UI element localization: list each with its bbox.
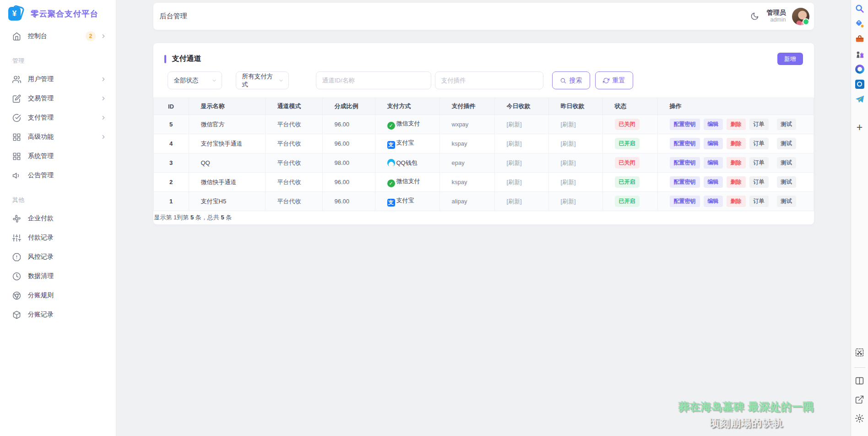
table-row: 2 微信快手通道 平台代收 96.00 微信支付 kspay [刷新] [刷新]… [153, 173, 814, 192]
test-button[interactable]: 测试 [777, 119, 796, 130]
console-badge: 2 [86, 31, 96, 41]
refresh-icon [603, 77, 609, 84]
settings-gear-icon[interactable] [854, 413, 865, 424]
configure-keys-button[interactable]: 配置密钥 [670, 196, 700, 207]
refresh-yesterday-link[interactable]: [刷新] [561, 179, 576, 185]
sidebar-item-enterprise-payment[interactable]: 企业付款 [0, 209, 116, 228]
sidebar-item-data-cleanup[interactable]: 数据清理 [0, 267, 116, 286]
column-header: ID [153, 98, 189, 115]
channel-id-input[interactable] [316, 71, 431, 89]
configure-keys-button[interactable]: 配置密钥 [670, 176, 700, 188]
column-header: 昨日收款 [548, 98, 602, 115]
office-icon[interactable] [854, 64, 865, 75]
sidebar-item-payment-management[interactable]: 支付管理 [0, 108, 116, 127]
edit-icon [12, 94, 21, 103]
edit-button[interactable]: 编辑 [704, 119, 723, 130]
sidebar: ¥ 零云聚合支付平台 控制台 2 管理 用户管理 交易管理 支付管理 [0, 0, 116, 436]
orders-button[interactable]: 订单 [749, 157, 769, 169]
edit-button[interactable]: 编辑 [704, 196, 723, 207]
sidebar-section-other: 其他 [0, 185, 116, 209]
test-button[interactable]: 测试 [777, 176, 796, 188]
video-subtitles: 葬在海岛墓碑 最深处的一隅 顷刻崩塌的铁轨 [679, 400, 814, 430]
sidebar-item-split-records[interactable]: 分账记录 [0, 305, 116, 324]
toolbox-icon[interactable] [854, 33, 865, 44]
sidebar-item-system-management[interactable]: 系统管理 [0, 147, 116, 166]
sidebar-item-split-rules[interactable]: 分账规则 [0, 286, 116, 305]
chevron-down-icon [212, 78, 217, 83]
grid-icon [12, 152, 21, 161]
edit-button[interactable]: 编辑 [704, 157, 723, 169]
configure-keys-button[interactable]: 配置密钥 [670, 119, 700, 130]
chess-icon[interactable] [854, 49, 865, 60]
configure-keys-button[interactable]: 配置密钥 [670, 157, 700, 169]
sidebar-item-risk-records[interactable]: 风控记录 [0, 247, 116, 267]
wechat-pay-icon [387, 180, 395, 187]
subtitle-line-1: 葬在海岛墓碑 最深处的一隅 [679, 400, 814, 414]
table-header-row: ID 显示名称 通道模式 分成比例 支付方式 支付插件 今日收款 昨日收款 状态… [153, 98, 814, 115]
split-view-icon[interactable] [854, 375, 865, 386]
refresh-today-link[interactable]: [刷新] [507, 140, 522, 147]
add-button[interactable]: 新增 [777, 53, 803, 65]
configure-keys-button[interactable]: 配置密钥 [670, 138, 700, 149]
home-icon [12, 32, 21, 41]
open-external-icon[interactable] [854, 394, 865, 405]
sidebar-item-label: 付款记录 [28, 234, 107, 242]
dark-mode-toggle[interactable] [749, 11, 761, 22]
pagination-summary: 显示第 1到第 5 条，总共 5 条 [153, 211, 814, 223]
test-button[interactable]: 测试 [777, 157, 796, 169]
refresh-today-link[interactable]: [刷新] [507, 179, 522, 185]
orders-button[interactable]: 订单 [749, 119, 769, 130]
refresh-today-link[interactable]: [刷新] [507, 121, 522, 128]
screenshot-icon[interactable] [854, 347, 865, 358]
delete-button[interactable]: 删除 [727, 119, 746, 130]
orders-button[interactable]: 订单 [749, 138, 769, 149]
refresh-yesterday-link[interactable]: [刷新] [561, 159, 576, 166]
test-button[interactable]: 测试 [777, 196, 796, 207]
wechat-pay-icon [387, 122, 395, 130]
delete-button[interactable]: 删除 [727, 196, 746, 207]
orders-button[interactable]: 订单 [749, 196, 769, 207]
edit-button[interactable]: 编辑 [704, 176, 723, 188]
search-button[interactable]: 搜索 [552, 71, 590, 89]
sidebar-item-label: 风控记录 [28, 253, 107, 261]
refresh-yesterday-link[interactable]: [刷新] [561, 198, 576, 205]
alipay-icon [387, 141, 395, 149]
column-header: 今日收款 [494, 98, 548, 115]
outlook-icon[interactable] [854, 79, 865, 90]
column-header: 支付插件 [439, 98, 494, 115]
test-button[interactable]: 测试 [777, 138, 796, 149]
clock-icon [12, 272, 21, 281]
add-extension-icon[interactable]: + [854, 122, 865, 133]
search-icon[interactable] [854, 3, 865, 14]
sidebar-item-trade-management[interactable]: 交易管理 [0, 89, 116, 108]
refresh-yesterday-link[interactable]: [刷新] [561, 140, 576, 147]
user-menu[interactable]: 管理员 admin [767, 9, 786, 24]
payment-method-select[interactable]: 所有支付方式 [236, 71, 289, 89]
telegram-icon[interactable] [854, 94, 865, 105]
plugin-input[interactable] [435, 71, 543, 89]
grid-icon [12, 133, 21, 142]
refresh-today-link[interactable]: [刷新] [507, 159, 522, 166]
sidebar-item-user-management[interactable]: 用户管理 [0, 70, 116, 89]
sidebar-item-label: 支付管理 [28, 114, 100, 122]
reset-button[interactable]: 重置 [595, 71, 633, 89]
delete-button[interactable]: 删除 [727, 138, 746, 149]
sidebar-item-announcement-management[interactable]: 公告管理 [0, 166, 116, 185]
sidebar-item-console[interactable]: 控制台 2 [0, 27, 116, 46]
tag-icon[interactable] [854, 18, 865, 29]
edit-button[interactable]: 编辑 [704, 138, 723, 149]
refresh-yesterday-link[interactable]: [刷新] [561, 121, 576, 128]
avatar[interactable] [792, 8, 809, 25]
sidebar-item-advanced-features[interactable]: 高级功能 [0, 127, 116, 147]
sidebar-item-label: 分账规则 [28, 291, 107, 300]
qq-wallet-icon [387, 159, 395, 167]
delete-button[interactable]: 删除 [727, 176, 746, 188]
sidebar-item-payment-records[interactable]: 付款记录 [0, 228, 116, 247]
payment-channels-panel: 支付通道 新增 全部状态 所有支付方式 搜索 [153, 43, 814, 224]
chevron-right-icon [100, 95, 107, 102]
app-logo[interactable]: ¥ 零云聚合支付平台 [0, 0, 116, 27]
orders-button[interactable]: 订单 [749, 176, 769, 188]
refresh-today-link[interactable]: [刷新] [507, 198, 522, 205]
delete-button[interactable]: 删除 [727, 157, 746, 169]
status-select[interactable]: 全部状态 [168, 71, 222, 89]
